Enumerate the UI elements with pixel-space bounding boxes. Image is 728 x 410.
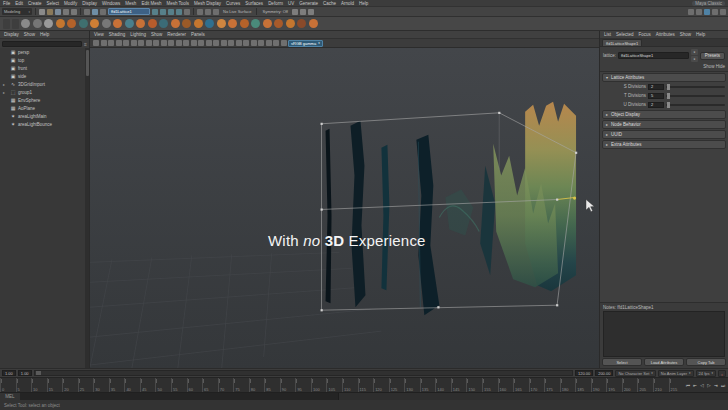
shelf-tool-icon[interactable]: [274, 19, 283, 28]
section-node-behavior[interactable]: ▸Node Behavior: [602, 120, 726, 129]
shelf-tool-icon[interactable]: [102, 19, 111, 28]
shelf-tool-icon[interactable]: [67, 19, 76, 28]
viewport-canvas[interactable]: With no 3D Experience: [90, 48, 599, 368]
timeline-tick[interactable]: 195: [606, 378, 622, 392]
quick-selection-field[interactable]: ffd1Lattice1: [108, 8, 150, 15]
timeline-tick[interactable]: 130: [404, 378, 420, 392]
menu-select[interactable]: Select: [47, 1, 60, 6]
attribute-editor-icon[interactable]: [704, 9, 710, 15]
attr-value-field[interactable]: 2: [648, 102, 664, 108]
viewport-tool-icon[interactable]: [108, 40, 114, 46]
outliner-item-3dgridimport[interactable]: ▸∿3DGridImport: [0, 80, 89, 88]
snap-point-icon[interactable]: [168, 9, 174, 15]
filter-icon[interactable]: ≡: [84, 41, 87, 47]
section-extra-attributes[interactable]: ▸Extra Attributes: [602, 140, 726, 149]
viewport-tool-icon[interactable]: [266, 40, 272, 46]
outliner-scrollbar[interactable]: [85, 48, 89, 368]
timeline-tick[interactable]: 20: [62, 378, 78, 392]
pin-icon[interactable]: ◂: [691, 56, 698, 62]
outliner-item-side[interactable]: ▣side: [0, 72, 89, 80]
auto-keyframe-icon[interactable]: ⬨: [718, 370, 726, 377]
shelf-tool-icon[interactable]: [263, 19, 272, 28]
shelf-tool-icon[interactable]: [171, 19, 180, 28]
timeline-tick[interactable]: 10: [31, 378, 47, 392]
shelf-tool-icon[interactable]: [182, 19, 191, 28]
anim-layer-dropdown[interactable]: No Anim Layer ▾: [658, 370, 694, 377]
menu-mesh-display[interactable]: Mesh Display: [194, 1, 221, 6]
time-slider[interactable]: 0510152025303540455055606570758085909510…: [0, 377, 728, 392]
ae-menu-attributes[interactable]: Attributes: [656, 32, 675, 37]
shelf-tool-icon[interactable]: [56, 19, 65, 28]
snap-grid-icon[interactable]: [152, 9, 158, 15]
viewport-display-dropdown[interactable]: sRGB gamma ▾: [288, 40, 323, 47]
viewport-tool-icon[interactable]: [123, 40, 129, 46]
ipr-render-icon[interactable]: [300, 9, 306, 15]
open-scene-icon[interactable]: [47, 9, 53, 15]
timeline-tick[interactable]: 50: [155, 378, 171, 392]
menu-edit[interactable]: Edit: [15, 1, 23, 6]
expand-arrow-icon[interactable]: ▸: [3, 90, 8, 95]
shelf-tool-icon[interactable]: [148, 19, 157, 28]
attr-slider[interactable]: [666, 104, 725, 106]
ae-menu-focus[interactable]: Focus: [639, 32, 651, 37]
tab-ffd1latticeshape[interactable]: ffd1LatticeShape1: [602, 39, 642, 46]
modeling-toolkit-icon[interactable]: [688, 9, 694, 15]
viewport-tool-icon[interactable]: [131, 40, 137, 46]
outliner-menu-display[interactable]: Display: [4, 32, 19, 37]
go-to-start-button[interactable]: ⏮: [685, 383, 691, 388]
timeline-tick[interactable]: 60: [187, 378, 203, 392]
time-slider-ticks[interactable]: 0510152025303540455055606570758085909510…: [0, 378, 684, 392]
shelf-tool-icon[interactable]: [159, 19, 168, 28]
anim-start-field[interactable]: 1.00: [2, 370, 16, 376]
shelf-tool-icon[interactable]: [113, 19, 122, 28]
timeline-tick[interactable]: 15: [47, 378, 63, 392]
ae-menu-selected[interactable]: Selected: [616, 32, 634, 37]
shelf-tool-icon[interactable]: [297, 19, 306, 28]
viewport-tool-icon[interactable]: [176, 40, 182, 46]
shelf-tool-icon[interactable]: [44, 19, 53, 28]
shelf-tab-switcher-icon[interactable]: [3, 19, 10, 29]
timeline-tick[interactable]: 135: [420, 378, 436, 392]
snap-curve-icon[interactable]: [160, 9, 166, 15]
play-forward-button[interactable]: ▷: [706, 383, 712, 388]
timeline-tick[interactable]: 160: [498, 378, 514, 392]
viewport-tool-icon[interactable]: [161, 40, 167, 46]
slider-handle[interactable]: [667, 84, 670, 90]
construction-history-icon[interactable]: [213, 9, 219, 15]
timeline-tick[interactable]: 170: [529, 378, 545, 392]
viewport-menu-show[interactable]: Show: [151, 32, 162, 37]
scrollbar-thumb[interactable]: [86, 50, 89, 76]
anim-end-field[interactable]: 200.00: [595, 370, 613, 376]
timeline-tick[interactable]: 210: [653, 378, 669, 392]
timeline-tick[interactable]: 40: [124, 378, 140, 392]
timeline-tick[interactable]: 85: [264, 378, 280, 392]
focus-icon[interactable]: ◂: [691, 49, 698, 55]
timeline-tick[interactable]: 145: [451, 378, 467, 392]
viewport-menu-lighting[interactable]: Lighting: [130, 32, 146, 37]
workspace-dropdown[interactable]: Maya Classic: [692, 1, 725, 6]
menu-create[interactable]: Create: [28, 1, 42, 6]
timeline-tick[interactable]: 140: [435, 378, 451, 392]
viewport-tool-icon[interactable]: [281, 40, 287, 46]
timeline-tick[interactable]: 45: [140, 378, 156, 392]
notes-textarea[interactable]: [603, 311, 725, 357]
go-to-end-button[interactable]: ⏭: [720, 383, 726, 388]
viewport-tool-icon[interactable]: [206, 40, 212, 46]
timeline-tick[interactable]: 110: [342, 378, 358, 392]
outliner-tree[interactable]: ▣persp▣top▣front▣side▸∿3DGridImport▸⬚gro…: [0, 48, 89, 368]
no-live-surface-label[interactable]: No Live Surface: [221, 9, 253, 14]
character-set-dropdown[interactable]: No Character Set ▾: [615, 370, 655, 377]
viewport-menu-renderer[interactable]: Renderer: [167, 32, 186, 37]
copy-tab-button[interactable]: Copy Tab: [686, 358, 726, 366]
menu-edit-mesh[interactable]: Edit Mesh: [141, 1, 161, 6]
viewport-tool-icon[interactable]: [138, 40, 144, 46]
step-back-frame-button[interactable]: ◁: [699, 383, 705, 388]
outliner-search-input[interactable]: [2, 41, 82, 47]
timeline-tick[interactable]: 55: [171, 378, 187, 392]
timeline-tick[interactable]: 65: [202, 378, 218, 392]
ae-menu-list[interactable]: List: [604, 32, 611, 37]
menu-set-dropdown[interactable]: Modeling ▾: [2, 8, 32, 15]
lattice-name-field[interactable]: ffd1LatticeShape1: [618, 52, 689, 59]
make-live-icon[interactable]: [184, 9, 190, 15]
viewport-tool-icon[interactable]: [93, 40, 99, 46]
